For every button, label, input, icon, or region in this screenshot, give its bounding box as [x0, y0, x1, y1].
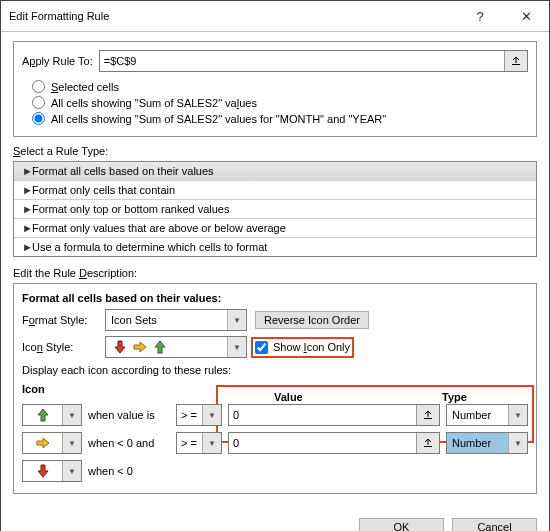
rule-type-item[interactable]: ►Format only top or bottom ranked values: [14, 199, 536, 218]
help-button[interactable]: ?: [457, 1, 503, 31]
icon-style-label: Icon Style:: [22, 341, 97, 353]
rule-type-list[interactable]: ►Format all cells based on their values …: [13, 161, 537, 257]
icon-rule-row: ▼ when < 0 and > =▼ Number▼: [22, 432, 528, 454]
chevron-down-icon: ▼: [202, 433, 221, 453]
icon-picker[interactable]: ▼: [22, 460, 82, 482]
arrow-up-green-icon: [36, 408, 50, 422]
dialog-title: Edit Formatting Rule: [9, 10, 457, 22]
arrow-down-red-icon: [113, 340, 127, 354]
edit-formatting-rule-dialog: Edit Formatting Rule ? ✕ Apply Rule To: …: [0, 0, 550, 531]
scope-selected-cells[interactable]: Selected cells: [32, 80, 528, 93]
arrow-down-red-icon: [36, 464, 50, 478]
titlebar: Edit Formatting Rule ? ✕: [1, 1, 549, 32]
type-combo[interactable]: Number▼: [446, 404, 528, 426]
scope-all-values-for-fields[interactable]: All cells showing "Sum of SALES2" values…: [32, 112, 528, 125]
highlight-show-icon-only: Show Icon Only: [251, 337, 354, 358]
rule-type-item[interactable]: ►Format only values that are above or be…: [14, 218, 536, 237]
apply-rule-label: Apply Rule To:: [22, 55, 93, 67]
range-picker-button[interactable]: [416, 433, 439, 453]
chevron-down-icon: ▼: [202, 405, 221, 425]
dialog-footer: OK Cancel: [1, 512, 549, 531]
chevron-down-icon: ▼: [227, 310, 246, 330]
chevron-down-icon: ▼: [227, 337, 246, 357]
select-rule-type-label: Select a Rule Type:: [13, 145, 537, 157]
value-input[interactable]: [228, 432, 440, 454]
icon-picker[interactable]: ▼: [22, 432, 82, 454]
svg-rect-2: [424, 446, 432, 447]
arrow-right-yellow-icon: [133, 340, 147, 354]
chevron-down-icon: ▼: [62, 461, 81, 481]
icon-rule-row: ▼ when value is > =▼ Number▼: [22, 404, 528, 426]
icon-rules-grid: Icon Value Type: [22, 380, 528, 485]
desc-heading: Format all cells based on their values:: [22, 292, 528, 304]
format-style-label: Format Style:: [22, 314, 97, 326]
value-input[interactable]: [228, 404, 440, 426]
icon-style-combo[interactable]: ▼: [105, 336, 247, 358]
reverse-icon-order-button[interactable]: Reverse Icon Order: [255, 311, 369, 329]
when-label: when value is: [88, 409, 170, 421]
col-type-header: Type: [442, 391, 526, 403]
arrow-up-green-icon: [153, 340, 167, 354]
scope-all-values[interactable]: All cells showing "Sum of SALES2" values: [32, 96, 528, 109]
range-picker-button[interactable]: [504, 51, 527, 71]
col-value-header: Value: [274, 391, 436, 403]
col-icon-header: Icon: [22, 383, 160, 395]
edit-rule-description-label: Edit the Rule Description:: [13, 267, 537, 279]
icon-picker[interactable]: ▼: [22, 404, 82, 426]
when-label: when < 0 and: [88, 437, 170, 449]
type-combo[interactable]: Number▼: [446, 432, 528, 454]
chevron-down-icon: ▼: [508, 433, 527, 453]
svg-rect-1: [424, 418, 432, 419]
chevron-down-icon: ▼: [62, 433, 81, 453]
chevron-down-icon: ▼: [508, 405, 527, 425]
apply-rule-input[interactable]: [99, 50, 528, 72]
operator-combo[interactable]: > =▼: [176, 404, 222, 426]
rules-caption: Display each icon according to these rul…: [22, 364, 528, 376]
rule-type-item[interactable]: ►Format only cells that contain: [14, 180, 536, 199]
show-icon-only-checkbox[interactable]: Show Icon Only: [255, 341, 350, 354]
icon-rule-row: ▼ when < 0: [22, 460, 528, 482]
arrow-right-yellow-icon: [36, 436, 50, 450]
cancel-button[interactable]: Cancel: [452, 518, 537, 531]
when-label: when < 0: [88, 465, 170, 477]
operator-combo[interactable]: > =▼: [176, 432, 222, 454]
rule-type-item[interactable]: ►Use a formula to determine which cells …: [14, 237, 536, 256]
rule-type-item[interactable]: ►Format all cells based on their values: [13, 161, 537, 181]
chevron-down-icon: ▼: [62, 405, 81, 425]
svg-rect-0: [512, 64, 520, 65]
close-button[interactable]: ✕: [503, 1, 549, 31]
rule-description-group: Format all cells based on their values: …: [13, 283, 537, 494]
range-picker-button[interactable]: [416, 405, 439, 425]
apply-rule-group: Apply Rule To: Selected cells All cells …: [13, 41, 537, 137]
ok-button[interactable]: OK: [359, 518, 444, 531]
format-style-combo[interactable]: Icon Sets ▼: [105, 309, 247, 331]
apply-rule-textfield[interactable]: [100, 51, 504, 71]
